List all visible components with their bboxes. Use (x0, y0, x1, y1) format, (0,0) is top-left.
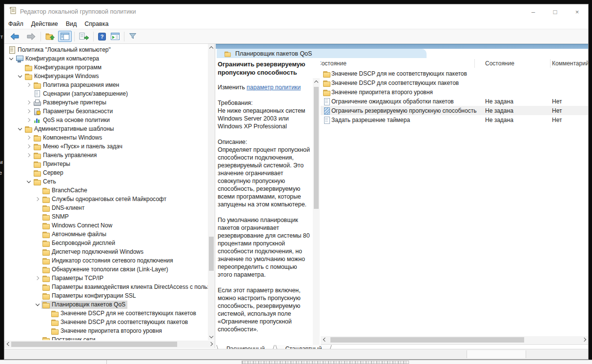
maximize-button[interactable]: □ (544, 4, 566, 19)
export-list-button[interactable] (77, 31, 91, 41)
scroll-left-button[interactable] (321, 336, 327, 343)
chevron-right-icon[interactable] (25, 151, 33, 159)
tree-item[interactable]: Значение DSCP для не соответствующих пак… (4, 309, 208, 318)
tree-item[interactable]: Поставщик сети (4, 335, 208, 340)
policy-setting-icon (323, 98, 330, 105)
chevron-down-icon[interactable] (16, 72, 24, 80)
close-button[interactable]: × (566, 4, 588, 19)
window-title: Редактор локальной групповой политики (20, 8, 522, 15)
chevron-right-icon[interactable] (25, 81, 33, 89)
tree-item[interactable]: Автономные файлы (4, 230, 208, 239)
tree-item[interactable]: Беспроводной дисплей (4, 239, 208, 247)
tree-item[interactable]: Конфигурация компьютера (4, 54, 208, 63)
filter-button[interactable] (127, 31, 139, 41)
scrollbar-thumb[interactable] (330, 337, 524, 343)
column-header-setting[interactable]: Состояние (321, 60, 347, 67)
tree-item-root[interactable]: Политика "Локальный компьютер" (4, 45, 208, 54)
scroll-up-button[interactable] (208, 44, 215, 51)
policy-name: Задать разрешение таймера (330, 117, 410, 123)
tree-item[interactable]: BranchCache (4, 186, 208, 195)
policy-row[interactable]: Значение DSCP для не соответствующих пак… (321, 69, 588, 78)
folder-icon (33, 81, 41, 89)
column-header-comment[interactable]: Комментарий (552, 60, 588, 67)
tree-item[interactable]: Сеть (4, 177, 208, 186)
tree-item[interactable]: Службы одноранговых сетей Майкрософт (4, 195, 208, 203)
tree-item-label: Параметры взаимодействия клиента DirectA… (50, 283, 208, 290)
policy-row[interactable]: Значение приоритета второго уровня (321, 87, 588, 97)
show-window-button[interactable] (109, 31, 122, 41)
policy-row[interactable]: Значение DSCP для соответствующих пакето… (321, 78, 588, 87)
scroll-left-button[interactable] (4, 341, 11, 347)
tree-item[interactable]: Конфигурация программ (4, 63, 208, 72)
tree-item-selected[interactable]: Планировщик пакетов QoS (4, 300, 208, 309)
description-vertical-scrollbar[interactable] (313, 78, 320, 351)
tree-item[interactable]: Параметры TCP/IP (4, 274, 208, 283)
up-one-level-button[interactable] (43, 31, 57, 42)
tree-item[interactable]: Параметры взаимодействия клиента DirectA… (4, 283, 208, 291)
tree-item[interactable]: DNS-клиент (4, 203, 208, 212)
minimize-button[interactable]: – (522, 4, 544, 19)
tree-item[interactable]: Индикатор состояния сетевого подключения (4, 256, 208, 265)
scroll-right-button[interactable] (581, 336, 588, 343)
tree-item[interactable]: SNMP (4, 212, 208, 221)
console-tree-pane: Политика "Локальный компьютер" Конфигура… (4, 44, 215, 348)
chevron-down-icon[interactable] (7, 55, 15, 62)
tree-item[interactable]: Политика разрешения имен (4, 81, 208, 89)
help-button[interactable]: ? (96, 31, 108, 42)
policy-row[interactable]: Ограничение ожидающих обработки пакетовН… (321, 97, 588, 106)
tree-item[interactable]: QoS на основе политики (4, 116, 208, 124)
menu-action[interactable]: Действие (27, 20, 62, 27)
chevron-down-icon[interactable] (25, 178, 33, 185)
chevron-right-icon[interactable] (25, 107, 33, 115)
tree-item[interactable]: Принтеры (4, 160, 208, 168)
chevron-right-icon[interactable] (25, 142, 33, 150)
tree-item[interactable]: Диспетчер подключений Windows (4, 247, 208, 256)
tree-item[interactable]: Сервер (4, 168, 208, 177)
policy-setting-link[interactable]: параметр политики (246, 84, 301, 91)
scroll-down-button[interactable] (208, 333, 215, 340)
scroll-up-button[interactable] (313, 78, 320, 85)
column-separator[interactable] (550, 59, 551, 68)
scrollbar-thumb[interactable] (314, 87, 319, 209)
list-horizontal-scrollbar[interactable] (321, 336, 588, 344)
menu-help[interactable]: Справка (81, 20, 112, 27)
tree-item[interactable]: Конфигурация Windows (4, 72, 208, 81)
scroll-right-button[interactable] (208, 341, 215, 347)
chevron-right-icon[interactable] (25, 99, 33, 106)
tree-horizontal-scrollbar[interactable] (4, 341, 215, 348)
chevron-right-icon[interactable] (25, 134, 33, 142)
tree-item[interactable]: Сценарии (запуск/завершение) (4, 89, 208, 98)
tree-item[interactable]: Меню «Пуск» и панель задач (4, 142, 208, 151)
scrollbar-thumb[interactable] (209, 237, 214, 271)
chevron-down-icon[interactable] (34, 301, 41, 308)
chevron-right-icon[interactable] (34, 195, 41, 203)
tree-vertical-scrollbar[interactable] (208, 44, 215, 340)
chevron-down-icon[interactable] (16, 125, 24, 133)
chevron-right-icon[interactable] (25, 116, 33, 124)
chevron-right-icon[interactable] (34, 274, 41, 282)
column-separator[interactable] (474, 59, 475, 68)
scrollbar-thumb[interactable] (11, 342, 177, 347)
tree-item[interactable]: Windows Connect Now (4, 221, 208, 230)
back-button[interactable] (8, 31, 22, 42)
tree-item[interactable]: Панель управления (4, 151, 208, 160)
menu-view[interactable]: Вид (62, 20, 81, 27)
tree-item-label: QoS на основе политики (41, 117, 110, 123)
tree-item[interactable]: Обнаружение топологии связи (Link-Layer) (4, 265, 208, 274)
policy-row-selected[interactable]: Ограничить резервируемую пропускную спос… (321, 106, 588, 115)
show-console-tree-button[interactable] (58, 31, 72, 42)
tree-item[interactable]: Параметры безопасности (4, 107, 208, 116)
forward-button[interactable] (23, 31, 38, 42)
tree-item[interactable]: Значение DSCP для соответствующих пакето… (4, 318, 208, 326)
tree-item-label: Конфигурация программ (32, 64, 102, 71)
title-bar[interactable]: Редактор локальной групповой политики – … (4, 4, 588, 19)
tree-item[interactable]: Параметры конфигурации SSL (4, 291, 208, 300)
tree-item[interactable]: Административные шаблоны (4, 124, 208, 133)
tree-item[interactable]: Компоненты Windows (4, 133, 208, 142)
tree-item-label: Компоненты Windows (41, 134, 102, 141)
tree-item[interactable]: Значение приоритета второго уровня (4, 326, 208, 335)
column-header-state[interactable]: Состояние (485, 60, 514, 67)
tree-item[interactable]: Развернутые принтеры (4, 98, 208, 107)
policy-row[interactable]: Задать разрешение таймераНе заданаНет (321, 115, 588, 124)
menu-file[interactable]: Файл (4, 20, 27, 27)
